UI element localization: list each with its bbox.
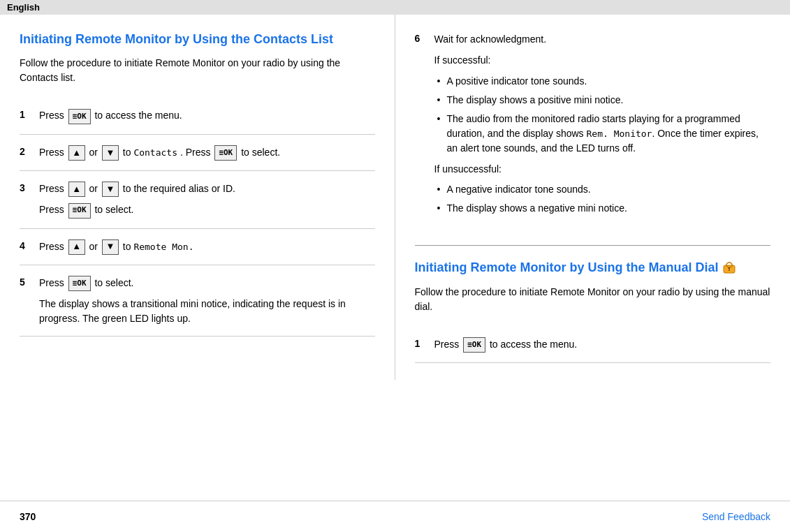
bullet-neg-1: A negative indicator tone sounds. (434, 182, 771, 197)
step-3-select: to select. (94, 204, 133, 215)
section2-title-text: Initiating Remote Monitor by Using the M… (415, 260, 719, 274)
step-3-line2: Press ≡OK to select. (39, 202, 375, 218)
section2-step1-text: to access the menu. (490, 339, 577, 350)
step-5-content: Press ≡OK to select. The display shows a… (39, 275, 375, 326)
section2-step-1: 1 Press ≡OK to access the menu. (415, 327, 771, 363)
step-2-or: or (89, 147, 101, 158)
section2-title: Initiating Remote Monitor by Using the M… (415, 260, 719, 276)
nav-up-icon-step2: ▲ (68, 145, 85, 161)
step-2-text-pre: Press (39, 147, 67, 158)
language-label: English (7, 2, 40, 13)
bullet-pos-3: The audio from the monitored radio start… (434, 112, 771, 156)
svg-text:!: ! (728, 267, 729, 272)
step-5-number: 5 (20, 276, 39, 288)
step-6: 6 Wait for acknowledgment. If successful… (415, 31, 771, 231)
step-5-press: Press (39, 277, 67, 288)
step-5: 5 Press ≡OK to select. The display shows… (20, 265, 375, 337)
section2-desc: Follow the procedure to initiate Remote … (415, 285, 771, 314)
nav-down-icon-step3: ▼ (102, 182, 119, 197)
step-3-or: or (89, 183, 101, 194)
section2-step-1-number: 1 (415, 338, 434, 349)
right-column: 6 Wait for acknowledgment. If successful… (395, 15, 791, 380)
left-column: Initiating Remote Monitor by Using the C… (0, 15, 395, 380)
step-4-content: Press ▲ or ▼ to Remote Mon. (39, 239, 375, 255)
step-1-text-pre: Press (39, 110, 67, 121)
step-5-line1: Press ≡OK to select. (39, 275, 375, 291)
if-successful-label: If successful: (434, 52, 771, 68)
step-4-remote-mon: Remote Mon. (133, 242, 193, 252)
step-1-content: Press ≡OK to access the menu. (39, 108, 375, 124)
bullet-pos-2: The display shows a positive mini notice… (434, 93, 771, 108)
if-unsuccessful-label: If unsuccessful: (434, 161, 771, 177)
step-4: 4 Press ▲ or ▼ to Remote Mon. (20, 229, 375, 265)
step-3-press1: Press (39, 183, 67, 194)
step-3-number: 3 (20, 182, 39, 193)
main-content: Initiating Remote Monitor by Using the C… (0, 15, 790, 380)
step-5-select: to select. (94, 277, 133, 288)
ok-button-icon-step2: ≡OK (214, 145, 237, 161)
bullet-pos-1: A positive indicator tone sounds. (434, 74, 771, 89)
warning-icon: ! (723, 261, 736, 274)
step-1-text-post: to access the menu. (94, 110, 182, 121)
step-6-wait: Wait for acknowledgment. (434, 31, 771, 47)
section2-step1-press: Press (434, 339, 462, 350)
bullet-neg-2: The display shows a negative mini notice… (434, 201, 771, 216)
language-bar: English (0, 0, 790, 15)
nav-up-icon-step3: ▲ (68, 182, 85, 197)
section-divider (415, 245, 771, 246)
if-successful-list: A positive indicator tone sounds. The di… (434, 74, 771, 156)
page-number: 370 (20, 511, 36, 522)
step-3-content: Press ▲ or ▼ to the required alias or ID… (39, 181, 375, 219)
step-3-press2: Press (39, 204, 67, 215)
bottom-bar: 370 Send Feedback (0, 501, 790, 532)
step-2-number: 2 (20, 146, 39, 157)
step-2: 2 Press ▲ or ▼ to Contacts . Press ≡OK t… (20, 135, 375, 171)
section2-title-row: Initiating Remote Monitor by Using the M… (415, 260, 771, 276)
step-2-content: Press ▲ or ▼ to Contacts . Press ≡OK to … (39, 145, 375, 161)
ok-button-icon-step3: ≡OK (68, 203, 91, 219)
step-4-to: to (123, 241, 134, 252)
nav-down-icon-step2: ▼ (102, 145, 119, 161)
step-3: 3 Press ▲ or ▼ to the required alias or … (20, 171, 375, 229)
step-2-select: to select. (241, 147, 280, 158)
section2-step-1-content: Press ≡OK to access the menu. (434, 337, 771, 353)
ok-button-icon-step5: ≡OK (68, 276, 91, 291)
step-2-press: . Press (180, 147, 213, 158)
step-5-line2: The display shows a transitional mini no… (39, 297, 375, 326)
step-4-or: or (89, 241, 101, 252)
send-feedback-link[interactable]: Send Feedback (702, 511, 770, 522)
step-6-content: Wait for acknowledgment. If successful: … (434, 31, 771, 221)
step-4-press: Press (39, 241, 67, 252)
step-2-to: to (123, 147, 134, 158)
ok-button-icon-s2s1: ≡OK (463, 337, 485, 353)
left-section-title: Initiating Remote Monitor by Using the C… (20, 31, 375, 47)
step-1-number: 1 (20, 109, 39, 120)
nav-down-icon-step4: ▼ (102, 239, 119, 255)
step-3-text: to the required alias or ID. (123, 183, 235, 194)
step-1: 1 Press ≡OK to access the menu. (20, 98, 375, 134)
ok-button-icon-step1: ≡OK (68, 109, 91, 124)
step-3-line1: Press ▲ or ▼ to the required alias or ID… (39, 181, 375, 197)
nav-up-icon-step4: ▲ (68, 239, 85, 255)
rem-monitor-text: Rem. Monitor (587, 128, 652, 139)
step-6-number: 6 (415, 33, 434, 44)
left-section-desc: Follow the procedure to initiate Remote … (20, 56, 375, 85)
step-4-number: 4 (20, 240, 39, 251)
step-2-contacts: Contacts (133, 147, 177, 158)
if-unsuccessful-list: A negative indicator tone sounds. The di… (434, 182, 771, 216)
